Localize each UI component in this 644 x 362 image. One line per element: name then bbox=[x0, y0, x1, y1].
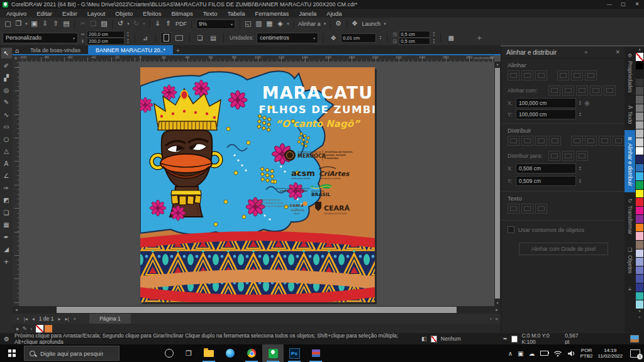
distribute-top-icon[interactable] bbox=[571, 136, 583, 146]
palette-swatch[interactable] bbox=[636, 283, 643, 292]
taskbar-app-winrar[interactable] bbox=[305, 344, 326, 362]
page-height-stepper[interactable]: ▴▾ bbox=[126, 38, 130, 44]
duplicate-x-field[interactable]: 0,5 cm bbox=[399, 31, 430, 38]
first-page-button[interactable]: |◂ bbox=[24, 316, 28, 322]
menu-bitmaps[interactable]: Bitmaps bbox=[166, 10, 197, 17]
palette-swatch[interactable] bbox=[636, 257, 643, 266]
add-control-button[interactable]: + bbox=[474, 32, 485, 43]
menu-ajuda[interactable]: Ajuda bbox=[321, 10, 347, 17]
launch-arrow[interactable]: ▾ bbox=[382, 18, 387, 30]
distribute-right-icon[interactable] bbox=[535, 136, 547, 146]
paste-button[interactable]: ▨ bbox=[99, 18, 109, 30]
menu-janela[interactable]: Janela bbox=[294, 10, 321, 17]
freehand-tool[interactable]: ✎ bbox=[1, 97, 12, 107]
current-page-button[interactable]: ▤ bbox=[208, 32, 219, 43]
all-pages-button[interactable]: ❏ bbox=[194, 32, 206, 43]
eraser-tool[interactable]: ◢ bbox=[1, 244, 12, 255]
palette-prev-icon[interactable]: ‹ bbox=[30, 326, 33, 332]
taskbar-app-edge[interactable] bbox=[219, 344, 241, 362]
save-button[interactable]: ▣ bbox=[29, 18, 40, 30]
document-palette-swatch[interactable] bbox=[45, 325, 52, 332]
docker-tab-alinhar-e-distribuir[interactable]: ⊞Alinhar e distribuir bbox=[625, 130, 635, 192]
align-y-field[interactable]: 100,000 cm bbox=[516, 109, 576, 119]
distribute-center-v-icon[interactable] bbox=[585, 136, 597, 146]
page-width-stepper[interactable]: ▴▾ bbox=[126, 31, 130, 37]
align-y-stepper[interactable]: ▴▾ bbox=[578, 112, 582, 118]
align-to-arrow[interactable]: ▾ bbox=[323, 18, 328, 30]
page-width-field[interactable]: 200,0 cm bbox=[87, 31, 125, 38]
menu-texto[interactable]: Texto bbox=[198, 10, 223, 17]
palette-swatch[interactable] bbox=[636, 197, 643, 206]
palette-swatch[interactable] bbox=[636, 180, 643, 189]
distribute-x-stepper[interactable]: ▴▾ bbox=[578, 166, 582, 172]
duplicate-y-field[interactable]: 0,5 cm bbox=[399, 38, 430, 45]
next-page-button[interactable]: ▸ bbox=[58, 316, 60, 322]
show-rulers-button[interactable]: ▥ bbox=[253, 18, 264, 30]
scroll-right-icon[interactable]: ▸ bbox=[493, 306, 501, 314]
palette-swatch[interactable] bbox=[636, 121, 643, 129]
search-content-button[interactable]: ⇓ bbox=[152, 18, 163, 30]
snap-to-arrow[interactable]: ▾ bbox=[286, 18, 291, 30]
palette-swatch[interactable] bbox=[636, 163, 643, 172]
menu-objeto[interactable]: Objeto bbox=[110, 10, 138, 17]
align-to-page-edge-icon[interactable] bbox=[562, 85, 574, 96]
brush-tool[interactable]: ✑ bbox=[1, 183, 12, 194]
horizontal-ruler[interactable]: centimetros -100-80-60-40-20020406080100… bbox=[19, 55, 494, 62]
scroll-left-icon[interactable]: ◂ bbox=[13, 306, 20, 314]
align-left-icon[interactable] bbox=[508, 70, 519, 80]
vertical-ruler[interactable] bbox=[13, 62, 19, 306]
docker-tab-propriedades[interactable]: ⚙Propriedades bbox=[625, 47, 635, 99]
document-page[interactable]: MARACATU FILHOS DE ZUMBI “O canto Nagô” … bbox=[140, 67, 375, 302]
landscape-button[interactable] bbox=[174, 32, 185, 43]
palette-swatch[interactable] bbox=[636, 95, 643, 104]
align-to-page-center-icon[interactable] bbox=[576, 85, 588, 96]
palette-swatch[interactable] bbox=[636, 231, 643, 240]
scroll-up-icon[interactable]: ▴ bbox=[494, 62, 501, 67]
polygon-tool[interactable]: △ bbox=[1, 146, 12, 156]
palette-expand-icon[interactable]: ▸ bbox=[16, 326, 19, 332]
close-button[interactable]: ✕ bbox=[630, 0, 644, 9]
palette-swatch[interactable] bbox=[636, 138, 643, 146]
treat-as-filled-button[interactable]: ▩ bbox=[445, 32, 457, 43]
horizontal-scrollbar[interactable]: ◂ ▸ bbox=[13, 306, 501, 314]
transparency-tool[interactable]: ▦ bbox=[1, 219, 12, 230]
taskbar-app-photoshop[interactable]: Ps bbox=[284, 344, 305, 362]
docker-close-icon[interactable]: ✕ bbox=[610, 49, 620, 55]
taskbar-app-chrome[interactable] bbox=[241, 344, 262, 362]
align-to-grid-icon[interactable] bbox=[590, 85, 602, 96]
first-line-baseline-icon[interactable] bbox=[508, 204, 519, 214]
portrait-button[interactable] bbox=[160, 32, 172, 43]
palette-swatch[interactable] bbox=[636, 223, 643, 232]
align-top-icon[interactable] bbox=[557, 70, 569, 80]
status-gear-icon[interactable]: ⚙ bbox=[4, 336, 9, 343]
launch-icon[interactable]: ❖ bbox=[350, 18, 360, 30]
distribute-y-field[interactable]: 0,509 cm bbox=[516, 176, 576, 186]
publish-button[interactable]: ⇑ bbox=[163, 18, 174, 30]
dimension-tool[interactable]: ∠ bbox=[1, 170, 12, 181]
palette-expand-icon[interactable]: » bbox=[638, 314, 640, 320]
tab-scroll-icon[interactable]: › bbox=[490, 316, 492, 322]
palette-swatch[interactable] bbox=[636, 61, 643, 70]
zoom-level-combo[interactable]: 9%▾ bbox=[196, 19, 235, 29]
add-docker-button[interactable]: + bbox=[628, 280, 632, 293]
full-screen-preview-button[interactable]: ◱ bbox=[243, 18, 253, 30]
palette-swatch[interactable] bbox=[636, 86, 643, 95]
outline-color-swatch[interactable] bbox=[511, 336, 518, 343]
hidden-icons-chevron[interactable]: ∧ bbox=[508, 350, 513, 357]
align-bottom-icon[interactable] bbox=[585, 70, 597, 80]
palette-scroll-up-icon[interactable]: ▴ bbox=[638, 47, 640, 52]
print-button[interactable]: ▤ bbox=[61, 18, 72, 30]
object-spacing-icon[interactable] bbox=[576, 151, 588, 161]
align-center-vertical-icon[interactable] bbox=[571, 70, 583, 80]
menu-editar[interactable]: Editar bbox=[31, 10, 57, 17]
previous-page-button[interactable]: ◂ bbox=[32, 316, 35, 322]
align-to-button[interactable]: Alinhar a bbox=[296, 18, 323, 30]
open-dropdown[interactable]: ▾ bbox=[24, 18, 29, 30]
align-point-target-icon[interactable]: ⊕ bbox=[584, 100, 589, 107]
units-combo[interactable]: centimetros ▾ bbox=[257, 33, 318, 43]
battery-icon[interactable] bbox=[540, 351, 548, 356]
export-button[interactable]: ⇧ bbox=[50, 18, 61, 30]
palette-swatch[interactable] bbox=[636, 292, 643, 300]
palette-swatch[interactable] bbox=[636, 189, 643, 198]
align-center-horizontal-icon[interactable] bbox=[521, 70, 533, 80]
